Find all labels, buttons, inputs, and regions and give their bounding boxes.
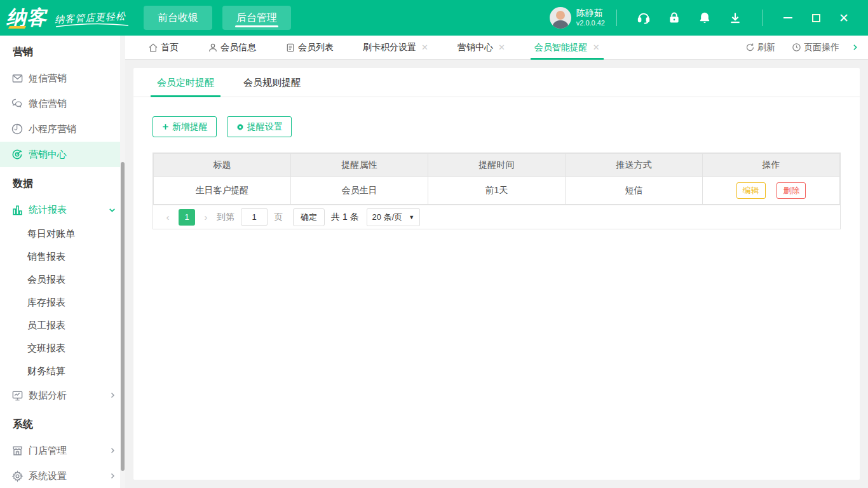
add-reminder-label: 新增提醒 <box>172 121 208 133</box>
goto-page-input[interactable] <box>241 208 268 226</box>
miniprogram-icon <box>11 123 24 135</box>
page-tab-card-points[interactable]: 刷卡积分设置 ✕ <box>359 36 432 60</box>
sidebar-item-statistics-reports[interactable]: 统计报表 <box>0 197 125 222</box>
reminder-table: 标题 提醒属性 提醒时间 推送方式 操作 生日客户提醒 <box>153 153 840 205</box>
sidebar-scrollbar-thumb[interactable] <box>121 162 125 471</box>
page-tab-member-smart-reminder[interactable]: 会员智能提醒 ✕ <box>531 36 604 60</box>
close-tab-icon[interactable]: ✕ <box>593 43 600 52</box>
page-tab-member-info[interactable]: 会员信息 <box>204 36 260 60</box>
toolbar: 新增提醒 提醒设置 <box>153 116 860 137</box>
customer-service-icon[interactable] <box>637 11 651 25</box>
page-number-1[interactable]: 1 <box>179 209 195 226</box>
confirm-page-button[interactable]: 确定 <box>293 208 325 226</box>
app-window: 纳客 纳客管店更轻松 前台收银 后台管理 陈静茹 v2.0.0. <box>0 0 868 488</box>
tab-timed-reminder[interactable]: 会员定时提醒 <box>157 68 214 97</box>
page-tab-label: 首页 <box>161 42 179 53</box>
reminder-settings-label: 提醒设置 <box>247 121 283 133</box>
sidebar-item-label: 微信营销 <box>29 98 67 110</box>
edit-button[interactable]: 编辑 <box>736 182 766 199</box>
monitor-chart-icon <box>11 389 24 402</box>
sidebar-item-system-settings[interactable]: 系统设置 <box>0 463 125 488</box>
refresh-label: 刷新 <box>757 42 775 53</box>
avatar-head <box>556 11 565 20</box>
page-tab-label: 营销中心 <box>458 42 493 53</box>
total-count: 共 1 条 <box>331 212 359 223</box>
top-header: 纳客 纳客管店更轻松 前台收银 后台管理 陈静茹 v2.0.0. <box>0 0 868 36</box>
chevron-down-icon <box>108 206 116 214</box>
minimize-button[interactable] <box>774 8 802 27</box>
add-reminder-button[interactable]: 新增提醒 <box>153 116 217 137</box>
page-tab-home[interactable]: 首页 <box>144 36 182 60</box>
reminder-settings-button[interactable]: 提醒设置 <box>227 116 292 137</box>
page-tab-label: 刷卡积分设置 <box>363 42 416 53</box>
sidebar-item-sms-marketing[interactable]: 短信营销 <box>0 65 125 91</box>
close-tab-icon[interactable]: ✕ <box>421 43 428 52</box>
col-time: 提醒时间 <box>428 154 566 177</box>
page-operations-button[interactable]: 页面操作 <box>792 42 839 53</box>
target-icon <box>11 148 24 161</box>
cell-method: 短信 <box>566 177 703 205</box>
bell-icon[interactable] <box>698 11 712 25</box>
content-area: 会员定时提醒 会员规则提醒 新增提醒 <box>125 60 868 488</box>
sidebar-item-store-management[interactable]: 门店管理 <box>0 438 125 463</box>
goto-suffix: 页 <box>274 212 283 223</box>
sidebar-scrollbar-track[interactable] <box>120 36 125 488</box>
avatar-torso <box>552 20 569 29</box>
list-icon <box>285 43 295 53</box>
delete-button[interactable]: 删除 <box>776 182 806 199</box>
active-tab-underline <box>235 25 278 27</box>
refresh-button[interactable]: 刷新 <box>745 42 775 53</box>
divider <box>616 10 617 26</box>
sidebar-item-miniprogram-marketing[interactable]: 小程序营销 <box>0 116 125 142</box>
topbar-right: 陈静茹 v2.0.0.42 ✕ <box>550 7 868 29</box>
page-size-select[interactable]: 20 条/页 ▼ <box>367 208 421 226</box>
sidebar-item-label: 统计报表 <box>29 204 67 216</box>
sidebar-item-label: 小程序营销 <box>29 123 76 135</box>
gear-icon <box>236 123 245 132</box>
tab-rule-reminder[interactable]: 会员规则提醒 <box>243 68 301 97</box>
sidebar-item-sales-report[interactable]: 销售报表 <box>0 245 125 268</box>
sidebar-item-daily-reconciliation[interactable]: 每日对账单 <box>0 222 125 245</box>
backend-manage-label: 后台管理 <box>236 12 277 23</box>
sidebar-item-member-report[interactable]: 会员报表 <box>0 268 125 291</box>
brand-logo: 纳客 纳客管店更轻松 <box>0 1 130 34</box>
mode-switcher: 前台收银 后台管理 <box>144 6 291 30</box>
page-tabbar: 首页 会员信息 会员列表 刷卡积分设置 ✕ <box>125 36 868 60</box>
close-icon: ✕ <box>839 12 849 24</box>
front-cashier-tab[interactable]: 前台收银 <box>144 6 212 30</box>
maximize-button[interactable] <box>802 8 830 27</box>
sidebar-item-data-analysis[interactable]: 数据分析 <box>0 383 125 408</box>
cell-attribute: 会员生日 <box>291 177 428 205</box>
refresh-icon <box>745 43 756 53</box>
table-row: 生日客户提醒 会员生日 前1天 短信 编辑 删除 <box>154 177 840 205</box>
col-title: 标题 <box>154 154 291 177</box>
sidebar-item-label: 系统设置 <box>29 470 67 482</box>
backend-manage-tab[interactable]: 后台管理 <box>222 6 291 30</box>
page-tab-label: 会员信息 <box>220 42 256 53</box>
sidebar-item-wechat-marketing[interactable]: 微信营销 <box>0 91 125 116</box>
close-button[interactable]: ✕ <box>830 8 858 27</box>
sidebar-item-inventory-report[interactable]: 库存报表 <box>0 291 125 314</box>
next-page-button[interactable]: › <box>199 212 213 222</box>
sidebar-item-shift-report[interactable]: 交班报表 <box>0 337 125 360</box>
page-tab-marketing-center[interactable]: 营销中心 ✕ <box>454 36 509 60</box>
close-tab-icon[interactable]: ✕ <box>498 43 505 52</box>
store-icon <box>11 444 24 457</box>
tabbar-actions: 刷新 页面操作 <box>729 42 859 53</box>
prev-page-button[interactable]: ‹ <box>161 212 175 222</box>
download-icon[interactable] <box>728 11 742 25</box>
window-controls: ✕ <box>774 8 858 27</box>
page-tab-member-list[interactable]: 会员列表 <box>281 36 337 60</box>
gear-icon <box>11 470 24 482</box>
user-avatar[interactable] <box>550 7 571 29</box>
wechat-icon <box>11 97 24 110</box>
sidebar-item-label: 短信营销 <box>29 72 67 85</box>
user-name: 陈静茹 <box>576 8 605 19</box>
lock-icon[interactable] <box>667 11 681 25</box>
chevron-right-icon[interactable] <box>851 43 859 51</box>
table-header-row: 标题 提醒属性 提醒时间 推送方式 操作 <box>154 154 840 177</box>
sidebar-item-finance-settlement[interactable]: 财务结算 <box>0 360 125 383</box>
sidebar-item-staff-report[interactable]: 员工报表 <box>0 314 125 337</box>
sidebar-item-marketing-center[interactable]: 营销中心 <box>0 142 125 167</box>
plus-icon <box>161 123 170 131</box>
